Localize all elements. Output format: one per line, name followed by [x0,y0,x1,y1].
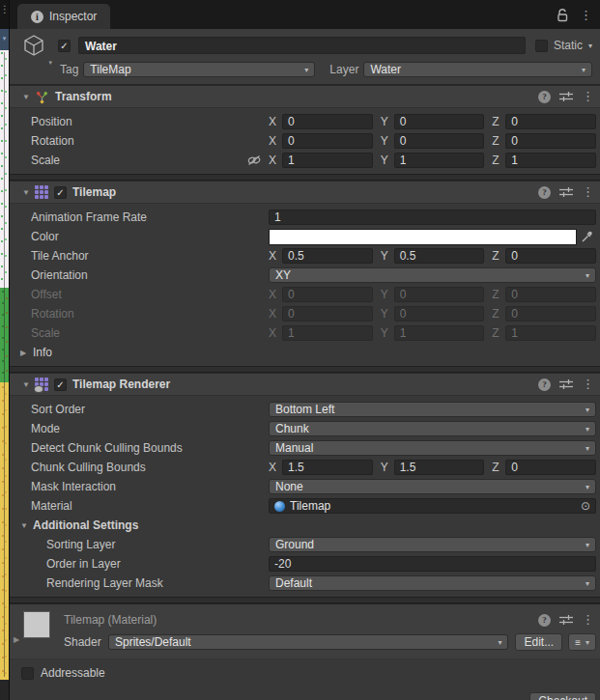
tilemap-rotation-row: Rotation X0 Y0 Z0 [10,304,600,323]
rotation-row: Rotation X0 Y0 Z0 [10,131,600,151]
color-swatch[interactable] [269,229,577,245]
position-z-input[interactable]: 0 [505,114,596,129]
material-thumbnail[interactable] [23,611,50,638]
tab-inspector[interactable]: i Inspector [17,4,110,29]
scale-z-input[interactable]: 1 [505,153,596,168]
position-label: Position [31,115,269,128]
kebab-menu-icon[interactable]: ⋮ [582,185,594,199]
mask-interaction-dropdown[interactable]: None▾ [269,479,596,494]
shader-label: Shader [64,635,108,649]
scene-view-edge: ⋮ ▾ [0,0,9,700]
renderer-enabled-checkbox[interactable]: ✓ [54,378,67,391]
rendering-layer-mask-label: Rendering Layer Mask [31,576,269,590]
layer-label: Layer [329,63,358,76]
tile-anchor-y-input[interactable]: 0.5 [394,248,485,264]
foldout-open-icon[interactable]: ▼ [22,188,35,197]
kebab-menu-icon[interactable]: ⋮ [582,613,594,627]
gameobject-name-input[interactable]: Water [78,37,526,54]
rotation-z-input[interactable]: 0 [505,133,596,149]
foldout-open-icon[interactable]: ▼ [22,93,35,101]
active-checkbox[interactable]: ✓ [58,40,71,52]
kebab-menu-icon[interactable]: ⋮ [582,378,594,391]
mask-interaction-value: None [275,480,303,493]
chevron-down-icon: ▾ [580,271,589,280]
tilemap-scale-label: Scale [31,326,269,340]
tilemap-renderer-body: Sort Order Bottom Left▾ Mode Chunk▾ Dete… [10,396,600,597]
material-sphere-icon [274,501,285,512]
sort-order-label: Sort Order [31,403,269,416]
animation-frame-rate-input[interactable]: 1 [269,210,596,225]
shader-dropdown[interactable]: Sprites/Default ▾ [108,634,508,650]
gameobject-icon-wrap[interactable]: ▾ [10,33,58,58]
info-foldout[interactable]: ▶ Info [10,343,600,362]
unlock-icon[interactable] [557,8,569,22]
tile-anchor-x-input[interactable]: 0.5 [282,248,373,264]
detect-chunk-culling-dropdown[interactable]: Manual▾ [269,440,596,456]
scene-dropdown-edge[interactable]: ▾ [0,29,9,50]
shader-value: Sprites/Default [115,635,191,649]
static-dropdown-icon[interactable]: ▾ [588,42,592,50]
offset-y-input: 0 [394,287,485,302]
order-in-layer-input[interactable]: -20 [269,556,596,572]
rotation-y-input[interactable]: 0 [394,133,485,149]
sorting-layer-value: Ground [275,538,314,551]
orientation-row: Orientation XY ▾ [10,266,600,285]
presets-icon[interactable] [559,186,573,198]
position-y-input[interactable]: 0 [394,114,485,129]
foldout-open-icon[interactable]: ▼ [22,380,35,389]
z-axis-label: Z [492,326,500,340]
tilemap-renderer-header[interactable]: ▼ ✓ Tilemap Renderer ? ⋮ [10,373,600,396]
additional-settings-foldout[interactable]: ▼ Additional Settings [10,516,600,535]
addressable-checkbox[interactable] [21,667,34,680]
sort-order-dropdown[interactable]: Bottom Left▾ [269,402,596,417]
scale-y-input[interactable]: 1 [394,153,485,168]
layer-dropdown[interactable]: Water ▾ [363,62,592,77]
kebab-menu-icon[interactable]: ⋮ [580,9,592,22]
transform-header[interactable]: ▼ Transform ? ⋮ [10,85,600,108]
sorting-layer-dropdown[interactable]: Ground▾ [269,537,596,552]
detect-chunk-culling-value: Manual [275,441,313,455]
tilemap-scale-x-input: 1 [282,325,373,341]
presets-icon[interactable] [559,378,573,390]
material-value: Tilemap [290,499,330,513]
scene-bottom-edge [0,680,9,700]
object-picker-icon[interactable]: ⊙ [581,500,590,512]
material-list-button[interactable]: ≡ ▾ [568,633,596,651]
offset-x-input: 0 [282,287,373,302]
checkout-button[interactable]: Checkout [529,692,596,700]
unlinked-scale-icon[interactable] [247,154,261,166]
eyedropper-icon[interactable] [577,231,596,243]
help-icon[interactable]: ? [538,186,551,199]
tilemap-header[interactable]: ▼ ✓ Tilemap ? ⋮ [10,181,600,204]
mode-dropdown[interactable]: Chunk▾ [269,421,596,436]
tilemap-enabled-checkbox[interactable]: ✓ [54,186,67,199]
foldout-closed-icon[interactable]: ▶ [14,635,19,644]
tilemap-rotation-z-input: 0 [505,306,596,322]
help-icon[interactable]: ? [538,614,551,627]
material-object-field[interactable]: Tilemap ⊙ [269,498,596,514]
tilemap-title: Tilemap [72,185,116,199]
chunk-bounds-z-input[interactable]: 0 [505,460,596,475]
chunk-bounds-x-input[interactable]: 1.5 [282,460,373,475]
position-x-input[interactable]: 0 [282,114,373,129]
presets-icon[interactable] [559,614,573,626]
scene-gridline [4,52,5,677]
help-icon[interactable]: ? [538,91,551,103]
orientation-dropdown[interactable]: XY ▾ [269,267,596,283]
tilemap-scale-y-input: 1 [394,325,485,341]
chunk-bounds-y-input[interactable]: 1.5 [394,460,485,475]
kebab-menu-icon[interactable]: ⋮ [582,90,594,103]
tag-label: Tag [60,63,78,76]
edit-shader-button[interactable]: Edit... [515,633,562,651]
static-checkbox[interactable] [535,40,548,52]
cube-icon [21,33,46,58]
help-icon[interactable]: ? [538,378,551,391]
presets-icon[interactable] [559,91,573,102]
scale-x-input[interactable]: 1 [282,153,373,168]
rendering-layer-mask-dropdown[interactable]: Default▾ [269,575,596,591]
tag-dropdown[interactable]: TileMap ▾ [83,62,315,77]
chevron-down-icon: ▾ [580,444,589,453]
transform-icon [35,90,49,104]
tile-anchor-z-input[interactable]: 0 [505,248,596,264]
rotation-x-input[interactable]: 0 [282,133,373,149]
